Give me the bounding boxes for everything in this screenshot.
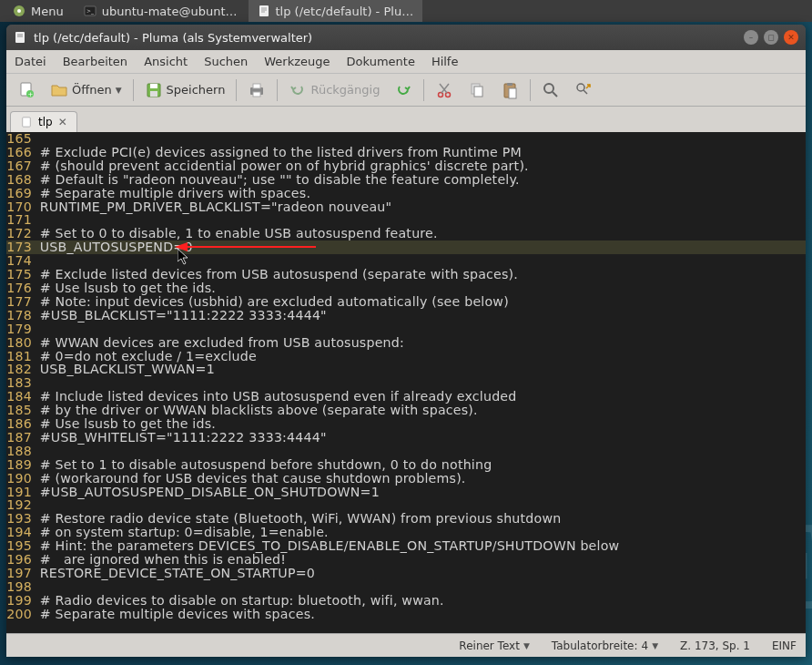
line-text[interactable]: # Separate multiple devices with spaces. <box>32 608 315 621</box>
line-text[interactable] <box>32 580 40 594</box>
line-text[interactable]: #USB_WHITELIST="1111:2222 3333:4444" <box>32 431 327 445</box>
line-text[interactable]: # (workaround for USB devices that cause… <box>32 472 466 486</box>
code-line[interactable]: 197 RESTORE_DEVICE_STATE_ON_STARTUP=0 <box>6 567 806 580</box>
line-text[interactable]: # WWAN devices are excluded from USB aut… <box>32 336 404 350</box>
line-text[interactable] <box>32 132 40 146</box>
code-line[interactable]: 181 # 0=do not exclude / 1=exclude <box>6 350 806 363</box>
code-line[interactable]: 189 # Set to 1 to disable autosuspend be… <box>6 458 806 472</box>
code-line[interactable]: 167 # (should prevent accidential power … <box>6 159 806 173</box>
line-text[interactable]: RESTORE_DEVICE_STATE_ON_STARTUP=0 <box>32 567 315 580</box>
line-text[interactable]: # Default is "radeon nouveau"; use "" to… <box>32 173 520 187</box>
editor-tab[interactable]: tlp ✕ <box>10 111 77 132</box>
window-maximize-button[interactable]: ◻ <box>764 30 778 45</box>
menu-edit[interactable]: Bearbeiten <box>55 52 136 71</box>
line-text[interactable]: USB_AUTOSUSPEND=0 <box>32 240 193 254</box>
code-line[interactable]: 170 RUNTIME_PM_DRIVER_BLACKLIST="radeon … <box>6 200 806 214</box>
code-line[interactable]: 200 # Separate multiple devices with spa… <box>6 608 806 621</box>
code-line[interactable]: 190 # (workaround for USB devices that c… <box>6 472 806 486</box>
code-editor[interactable]: 165 166 # Exclude PCI(e) devices assigne… <box>6 132 806 633</box>
find-button[interactable] <box>536 77 565 103</box>
code-line[interactable]: 182 USB_BLACKLIST_WWAN=1 <box>6 363 806 376</box>
window-titlebar[interactable]: tlp (/etc/default) - Pluma (als Systemve… <box>6 25 806 50</box>
code-line[interactable]: 194 # on system startup: 0=disable, 1=en… <box>6 526 806 539</box>
cut-button[interactable] <box>430 77 459 103</box>
save-button[interactable]: Speichern <box>139 77 231 103</box>
find-replace-button[interactable] <box>569 77 598 103</box>
window-minimize-button[interactable]: – <box>744 30 758 45</box>
code-line[interactable]: 174 <box>6 254 806 268</box>
line-text[interactable]: # are ignored when this is enabled! <box>32 553 286 567</box>
code-line[interactable]: 188 <box>6 445 806 458</box>
status-tab-width[interactable]: Tabulatorbreite: 4 ▼ <box>552 639 658 652</box>
line-text[interactable]: # 0=do not exclude / 1=exclude <box>32 350 257 363</box>
menu-help[interactable]: Hilfe <box>423 52 467 71</box>
code-line[interactable]: 178 #USB_BLACKLIST="1111:2222 3333:4444" <box>6 309 806 322</box>
line-text[interactable] <box>32 445 40 458</box>
line-text[interactable]: # on system startup: 0=disable, 1=enable… <box>32 526 329 539</box>
code-line[interactable]: 166 # Exclude PCI(e) devices assigned to… <box>6 146 806 159</box>
menu-documents[interactable]: Dokumente <box>339 52 423 71</box>
code-line[interactable]: 179 <box>6 322 806 336</box>
code-line[interactable]: 169 # Separate multiple drivers with spa… <box>6 187 806 200</box>
code-line[interactable]: 199 # Radio devices to disable on startu… <box>6 594 806 608</box>
line-text[interactable]: # Radio devices to disable on startup: b… <box>32 594 444 608</box>
menu-tools[interactable]: Werkzeuge <box>256 52 338 71</box>
line-text[interactable]: # Separate multiple drivers with spaces. <box>32 187 310 200</box>
line-text[interactable]: # Hint: the parameters DEVICES_TO_DISABL… <box>32 539 619 553</box>
code-line[interactable]: 196 # are ignored when this is enabled! <box>6 553 806 567</box>
code-line[interactable]: 180 # WWAN devices are excluded from USB… <box>6 336 806 350</box>
code-line[interactable]: 173 USB_AUTOSUSPEND=0 <box>6 240 806 254</box>
code-line[interactable]: 165 <box>6 132 806 146</box>
print-button[interactable] <box>242 77 271 103</box>
taskbar-item-editor[interactable]: tlp (/etc/default) - Plu… <box>249 0 423 22</box>
code-line[interactable]: 184 # Include listed devices into USB au… <box>6 390 806 404</box>
code-line[interactable]: 192 <box>6 498 806 512</box>
line-text[interactable]: # Set to 0 to disable, 1 to enable USB a… <box>32 227 438 240</box>
line-text[interactable] <box>32 213 40 227</box>
tab-close-button[interactable]: ✕ <box>58 116 67 128</box>
new-file-button[interactable]: + <box>12 77 41 103</box>
code-line[interactable]: 193 # Restore radio device state (Blueto… <box>6 512 806 526</box>
code-line[interactable]: 187 #USB_WHITELIST="1111:2222 3333:4444" <box>6 431 806 445</box>
line-text[interactable]: # Include listed devices into USB autosu… <box>32 390 517 404</box>
undo-button[interactable]: Rückgängig <box>283 77 385 103</box>
line-text[interactable] <box>32 254 40 268</box>
line-text[interactable] <box>32 498 40 512</box>
line-text[interactable]: # by the driver or WWAN blacklists above… <box>32 404 478 417</box>
code-line[interactable]: 172 # Set to 0 to disable, 1 to enable U… <box>6 227 806 240</box>
line-text[interactable]: #USB_BLACKLIST="1111:2222 3333:4444" <box>32 309 327 322</box>
line-text[interactable] <box>32 376 40 390</box>
copy-button[interactable] <box>462 77 492 103</box>
code-line[interactable]: 171 <box>6 213 806 227</box>
line-text[interactable]: # (should prevent accidential power on o… <box>32 159 529 173</box>
code-line[interactable]: 195 # Hint: the parameters DEVICES_TO_DI… <box>6 539 806 553</box>
line-text[interactable]: # Note: input devices (usbhid) are exclu… <box>32 295 509 309</box>
code-line[interactable]: 183 <box>6 376 806 390</box>
redo-button[interactable] <box>389 77 418 103</box>
line-text[interactable]: # Exclude PCI(e) devices assigned to the… <box>32 146 522 159</box>
code-line[interactable]: 186 # Use lsusb to get the ids. <box>6 417 806 431</box>
line-text[interactable]: USB_BLACKLIST_WWAN=1 <box>32 363 215 376</box>
menu-view[interactable]: Ansicht <box>136 52 196 71</box>
line-text[interactable]: # Restore radio device state (Bluetooth,… <box>32 512 561 526</box>
line-text[interactable] <box>32 322 40 336</box>
menu-file[interactable]: Datei <box>6 52 55 71</box>
line-text[interactable]: #USB_AUTOSUSPEND_DISABLE_ON_SHUTDOWN=1 <box>32 486 380 499</box>
code-line[interactable]: 185 # by the driver or WWAN blacklists a… <box>6 404 806 417</box>
menu-search[interactable]: Suchen <box>196 52 256 71</box>
code-line[interactable]: 177 # Note: input devices (usbhid) are e… <box>6 295 806 309</box>
line-text[interactable]: # Use lsusb to get the ids. <box>32 281 216 295</box>
code-line[interactable]: 176 # Use lsusb to get the ids. <box>6 281 806 295</box>
code-line[interactable]: 191 #USB_AUTOSUSPEND_DISABLE_ON_SHUTDOWN… <box>6 486 806 499</box>
window-close-button[interactable]: ✕ <box>784 30 798 45</box>
line-text[interactable]: # Set to 1 to disable autosuspend before… <box>32 458 492 472</box>
code-line[interactable]: 168 # Default is "radeon nouveau"; use "… <box>6 173 806 187</box>
code-line[interactable]: 175 # Exclude listed devices from USB au… <box>6 268 806 281</box>
line-text[interactable]: # Exclude listed devices from USB autosu… <box>32 268 518 281</box>
paste-button[interactable] <box>495 77 524 103</box>
line-text[interactable]: # Use lsusb to get the ids. <box>32 417 216 431</box>
code-line[interactable]: 198 <box>6 580 806 594</box>
status-insert-mode[interactable]: EINF <box>772 639 797 652</box>
status-file-type[interactable]: Reiner Text ▼ <box>459 639 529 652</box>
taskbar-menu-button[interactable]: Menu <box>4 0 73 22</box>
